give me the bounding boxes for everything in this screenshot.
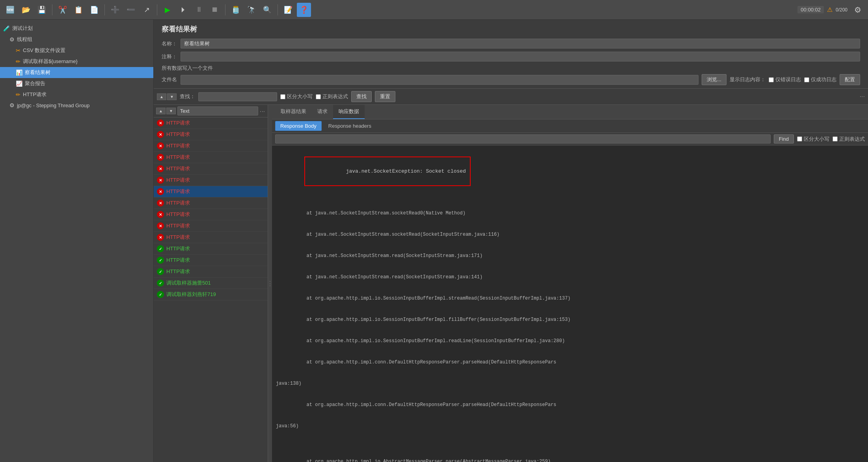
new-icon[interactable]: 🆕 xyxy=(3,3,17,17)
remote-icon[interactable]: 🔭 xyxy=(244,3,259,17)
success-only-checkbox-label: 仅成功日志 xyxy=(804,76,836,83)
comment-input[interactable] xyxy=(181,52,860,61)
ok-icon: ✓ xyxy=(157,268,164,275)
add-icon[interactable]: ➕ xyxy=(108,3,122,17)
find-case-sensitive-checkbox[interactable] xyxy=(797,136,802,142)
item-label: HTTP请求 xyxy=(166,154,190,161)
http-label: HTTP请求 xyxy=(23,91,47,98)
list-item[interactable]: ✓ HTTP请求 xyxy=(154,255,268,266)
stack-line: at java.net.SocketInputStream.read(Socke… xyxy=(276,274,864,281)
list-items: ✕ HTTP请求 ✕ HTTP请求 ✕ HTTP请求 ✕ HTTP请求 xyxy=(154,117,268,462)
find-button[interactable]: 查找 xyxy=(351,91,372,102)
item-label: HTTP请求 xyxy=(166,257,190,264)
success-only-checkbox[interactable] xyxy=(804,77,809,82)
list-item[interactable]: ✕ HTTP请求 xyxy=(154,129,268,140)
search-input[interactable] xyxy=(198,92,277,101)
search-icon[interactable]: 🔍 xyxy=(260,3,274,17)
error-only-checkbox[interactable] xyxy=(769,77,774,82)
find-input[interactable] xyxy=(275,134,771,143)
config-button[interactable]: 配置 xyxy=(840,74,860,85)
tab-response-data[interactable]: 响应数据 xyxy=(333,105,365,119)
ok-icon: ✓ xyxy=(157,257,164,264)
sidebar-item-csv[interactable]: ✂ CSV 数据文件设置 xyxy=(0,45,153,56)
find-button[interactable]: Find xyxy=(774,134,794,143)
case-sensitive-label: 区分大小写 xyxy=(280,93,313,100)
filename-input[interactable] xyxy=(181,75,698,85)
up-arrow-button[interactable]: ▲ xyxy=(157,93,166,100)
list-item[interactable]: ✕ HTTP请求 xyxy=(154,163,268,175)
sidebar-item-result-tree[interactable]: 📊 察看结果树 xyxy=(0,67,153,78)
list-item[interactable]: ✓ 调试取样器刘燕轩719 xyxy=(154,289,268,300)
aggregate-icon: 📈 xyxy=(16,80,22,87)
list-item[interactable]: ✕ HTTP请求 xyxy=(154,232,268,243)
list-item[interactable]: ✓ HTTP请求 xyxy=(154,243,268,255)
save-icon[interactable]: 💾 xyxy=(35,3,49,17)
stack-line: at org.apache.http.impl.io.SessionInputB… xyxy=(276,316,864,323)
name-input[interactable] xyxy=(181,39,860,48)
list-down-button[interactable]: ▼ xyxy=(166,108,176,114)
reset-button[interactable]: 重置 xyxy=(375,91,395,102)
pause-icon[interactable]: ⏸ xyxy=(192,3,206,17)
tab-request[interactable]: 请求 xyxy=(312,105,333,119)
list-item[interactable]: ✓ 调试取样器施蕾501 xyxy=(154,278,268,289)
sidebar-item-aggregate[interactable]: 📈 聚合报告 xyxy=(0,78,153,89)
resize-handle[interactable]: ⋮ xyxy=(268,105,272,462)
paste-icon[interactable]: 📄 xyxy=(87,3,101,17)
stack-line: at java.net.SocketInputStream.socketRead… xyxy=(276,231,864,238)
list-item[interactable]: ✕ HTTP请求 xyxy=(154,209,268,220)
list-item[interactable]: ✕ HTTP请求 xyxy=(154,220,268,232)
tab-sampler-result[interactable]: 取样器结果 xyxy=(275,105,312,119)
move-icon[interactable]: ↗ xyxy=(140,3,154,17)
jar-icon[interactable]: 🫙 xyxy=(229,3,243,17)
run-icon[interactable]: ▶ xyxy=(160,3,175,17)
sidebar-item-thread-group[interactable]: ⚙ 线程组 xyxy=(0,34,153,45)
error-icon: ✕ xyxy=(157,154,164,161)
list-item[interactable]: ✕ HTTP请求 xyxy=(154,152,268,163)
open-icon[interactable]: 📂 xyxy=(19,3,33,17)
find-regex-checkbox[interactable] xyxy=(833,136,838,142)
list-item[interactable]: ✕ HTTP请求 xyxy=(154,140,268,152)
find-case-sensitive-label: 区分大小写 xyxy=(797,136,829,143)
list-item[interactable]: ✕ HTTP请求 xyxy=(154,197,268,209)
cut-icon[interactable]: ✂️ xyxy=(56,3,70,17)
stack-line: at java.net.SocketInputStream.socketRead… xyxy=(276,210,864,217)
stack-line: at org.apache.http.impl.conn.DefaultHttp… xyxy=(276,401,864,408)
sidebar-tree: 🧪 测试计划 ⚙ 线程组 ✂ CSV 数据文件设置 ✏ 调试取样器${usern… xyxy=(0,20,153,462)
list-item-active[interactable]: ✕ HTTP请求 xyxy=(154,186,268,197)
count-display: 0/200 xyxy=(836,7,848,13)
settings-icon[interactable]: ⚙ xyxy=(851,3,865,17)
regex-label: 正则表达式 xyxy=(316,93,348,100)
debug-label: 调试取样器${username} xyxy=(23,58,78,65)
sub-tab-response-body[interactable]: Response Body xyxy=(275,121,322,131)
run-start-icon[interactable]: ⏵ xyxy=(176,3,190,17)
list-more-icon[interactable]: ⋮ xyxy=(260,109,265,114)
thread-group-label: 线程组 xyxy=(17,36,32,43)
log-content-label: 显示日志内容： xyxy=(730,76,766,83)
sidebar-item-debug[interactable]: ✏ 调试取样器${username} xyxy=(0,56,153,67)
list-up-button[interactable]: ▲ xyxy=(156,108,166,114)
format-dropdown[interactable]: Text HTML XML JSON xyxy=(177,106,258,116)
tabs-row: 取样器结果 请求 响应数据 xyxy=(272,105,868,119)
template-icon[interactable]: 📝 xyxy=(281,3,295,17)
remove-icon[interactable]: ➖ xyxy=(124,3,138,17)
find-regex-label: 正则表达式 xyxy=(833,136,865,143)
case-sensitive-checkbox[interactable] xyxy=(280,94,285,99)
more-options-icon[interactable]: ··· xyxy=(860,93,865,100)
list-item[interactable]: ✕ HTTP请求 xyxy=(154,175,268,186)
error-icon: ✕ xyxy=(157,165,164,172)
copy-icon[interactable]: 📋 xyxy=(71,3,86,17)
browse-button[interactable]: 浏览... xyxy=(702,74,726,85)
regex-checkbox[interactable] xyxy=(316,94,321,99)
list-item[interactable]: ✓ HTTP请求 xyxy=(154,266,268,278)
ok-icon: ✓ xyxy=(157,291,164,298)
stop-icon[interactable]: ⏹ xyxy=(208,3,222,17)
sub-tab-response-headers[interactable]: Response headers xyxy=(323,121,376,131)
sidebar-item-stepping[interactable]: ⚙ jp@gc - Stepping Thread Group xyxy=(0,100,153,110)
sidebar: 🧪 测试计划 ⚙ 线程组 ✂ CSV 数据文件设置 ✏ 调试取样器${usern… xyxy=(0,20,154,462)
sidebar-item-test-plan[interactable]: 🧪 测试计划 xyxy=(0,23,153,34)
help-icon[interactable]: ❓ xyxy=(297,3,311,17)
error-icon: ✕ xyxy=(157,119,164,127)
list-item[interactable]: ✕ HTTP请求 xyxy=(154,117,268,129)
sidebar-item-http[interactable]: ✏ HTTP请求 xyxy=(0,89,153,100)
down-arrow-button[interactable]: ▼ xyxy=(167,93,177,100)
